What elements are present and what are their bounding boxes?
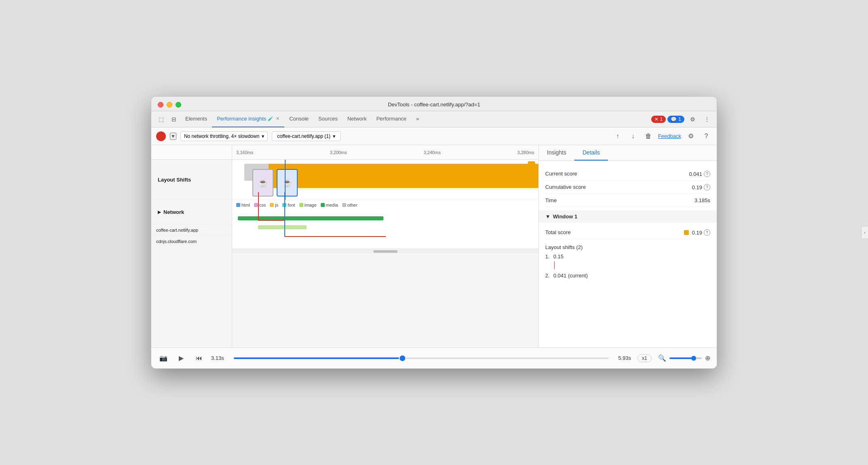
zoom-track[interactable] — [669, 357, 702, 359]
layout-shifts-section[interactable]: ☕ ☕ — [232, 160, 538, 200]
cumulative-score-row: Cumulative score 0.19 ? — [545, 181, 710, 194]
timeline-header: 3,160ms 3,200ms 3,240ms 3,280ms — [151, 145, 538, 160]
ruler-mark-2: 3,200ms — [330, 150, 347, 155]
time-end: 5.93s — [618, 355, 631, 361]
legend-html: html — [236, 203, 250, 207]
zoom-out-icon[interactable]: 🔍 — [658, 354, 666, 362]
host1-bar — [238, 216, 383, 220]
legend-media: media — [321, 203, 338, 207]
delete-icon[interactable]: 🗑 — [643, 131, 654, 142]
throttle-chevron-icon: ▾ — [262, 133, 264, 139]
tab-performance[interactable]: Performance — [371, 111, 411, 127]
record-chevron[interactable]: ▼ — [170, 133, 176, 140]
scroll-thumb[interactable] — [373, 250, 398, 253]
tab-network[interactable]: Network — [343, 111, 372, 127]
window1-expand-icon: ▼ — [545, 213, 550, 220]
network-bars — [234, 214, 538, 232]
network-label[interactable]: ▶ Network — [151, 200, 232, 224]
gear-icon[interactable]: ⚙ — [685, 131, 697, 142]
titlebar: DevTools - coffee-cart.netlify.app/?ad=1 — [151, 97, 717, 111]
network-section: html css js — [232, 200, 538, 249]
coffee-cup-icon: ☕ — [258, 178, 268, 188]
total-score-color-dot — [684, 230, 689, 235]
tab-sources[interactable]: Sources — [313, 111, 343, 127]
playback-fill — [234, 357, 402, 359]
tab-details[interactable]: Details — [574, 145, 608, 161]
host-label-2: cdnjs.cloudflare.com — [151, 236, 232, 247]
current-score-row: Current score 0.041 ? — [545, 167, 710, 181]
minimize-button[interactable] — [167, 102, 172, 108]
current-score-value: 0.041 ? — [689, 171, 710, 177]
ls-entry-2[interactable]: 2. 0.041 (current) — [545, 271, 710, 280]
help-icon[interactable]: ? — [701, 131, 712, 142]
main-content: 3,160ms 3,200ms 3,240ms 3,280ms Layout S… — [151, 145, 717, 347]
total-score-value: 0.19 ? — [684, 229, 710, 236]
error-badge[interactable]: ✕ 1 — [651, 116, 666, 123]
thumbnail-current[interactable]: ☕ — [277, 169, 298, 197]
layout-shifts-label: Layout Shifts — [151, 160, 232, 200]
more-options-icon[interactable]: ⋮ — [701, 113, 713, 126]
tab-insights[interactable]: Insights — [539, 145, 574, 161]
legend-image: image — [299, 203, 317, 207]
url-select[interactable]: coffee-cart.netlify.app (1) ▾ — [272, 131, 341, 141]
network-legend: html css js — [236, 203, 358, 207]
ls-connector-line — [552, 261, 710, 269]
feedback-button[interactable]: Feedback — [658, 133, 681, 139]
legend-js: js — [270, 203, 278, 207]
zoom-thumb[interactable] — [691, 356, 696, 361]
playback-thumb[interactable] — [400, 355, 405, 361]
current-score-help-icon[interactable]: ? — [704, 171, 710, 177]
right-panel: Insights Details Current score 0.041 ? C… — [539, 145, 717, 347]
cumulative-score-help-icon[interactable]: ? — [704, 184, 710, 190]
ls-entry-1[interactable]: 1. 0.15 — [545, 252, 710, 261]
tab-close-icon[interactable]: ✕ — [276, 116, 279, 121]
device-icon[interactable]: ⊟ — [167, 113, 180, 126]
coffee-cup-active-icon: ☕ — [282, 178, 292, 188]
zoom-in-icon[interactable]: ⊕ — [705, 354, 710, 362]
ruler-marks: 3,160ms 3,200ms 3,240ms 3,280ms — [236, 150, 534, 155]
tab-elements[interactable]: Elements — [180, 111, 212, 127]
legend-other: other — [342, 203, 358, 207]
legend-font: font — [282, 203, 295, 207]
ls-entry-2-number: 2. — [545, 273, 551, 279]
host2-bar — [258, 225, 307, 229]
timeline-panel: 3,160ms 3,200ms 3,240ms 3,280ms Layout S… — [151, 145, 539, 347]
timeline-cursor-line — [285, 160, 286, 200]
play-icon[interactable]: ▶ — [176, 353, 187, 364]
maximize-button[interactable] — [176, 102, 181, 108]
tab-performance-insights[interactable]: Performance insights 🧪 ✕ — [212, 111, 284, 127]
total-score-help-icon[interactable]: ? — [704, 229, 710, 236]
tab-more[interactable]: » — [411, 111, 424, 127]
cursor-icon[interactable]: ⬚ — [155, 113, 167, 126]
camera-icon[interactable]: 📷 — [158, 353, 169, 364]
layout-shifts-count-label: Layout shifts (2) — [545, 243, 710, 252]
devtools-tabbar: ⬚ ⊟ Elements Performance insights 🧪 ✕ Co… — [151, 111, 717, 127]
record-button[interactable] — [156, 131, 166, 141]
time-value: 3.185s — [694, 197, 710, 203]
download-icon[interactable]: ↓ — [627, 131, 639, 142]
time-start: 3.13s — [211, 355, 224, 361]
info-badge[interactable]: 💬 1 — [667, 116, 684, 123]
speed-badge[interactable]: x1 — [637, 354, 652, 362]
thumbnail-before[interactable]: ☕ — [252, 169, 273, 197]
settings-icon[interactable]: ⚙ — [686, 113, 699, 126]
ls-orange-bar — [269, 164, 538, 188]
skip-to-start-icon[interactable]: ⏮ — [193, 353, 205, 364]
devtools-window: DevTools - coffee-cart.netlify.app/?ad=1… — [151, 96, 717, 369]
throttle-select[interactable]: No network throttling, 4× slowdown ▾ — [180, 131, 268, 141]
close-button[interactable] — [158, 102, 163, 108]
playback-track[interactable] — [234, 357, 609, 359]
window1-content: Total score 0.19 ? Layout shifts (2) — [545, 226, 710, 283]
bottom-bar: 📷 ▶ ⏮ 3.13s 5.93s x1 🔍 ⊕ — [151, 347, 717, 368]
tab-console[interactable]: Console — [284, 111, 313, 127]
traffic-lights — [158, 102, 181, 108]
upload-icon[interactable]: ↑ — [612, 131, 623, 142]
timeline-chart: ☕ ☕ — [232, 160, 538, 347]
timeline-body: Layout Shifts ▶ Network coffee-cart.netl… — [151, 160, 538, 347]
font-color-dot — [282, 203, 286, 207]
html-color-dot — [236, 203, 240, 207]
orange-indicator — [528, 161, 535, 169]
timeline-ruler: 3,160ms 3,200ms 3,240ms 3,280ms — [232, 150, 538, 155]
js-color-dot — [270, 203, 274, 207]
css-color-dot — [254, 203, 258, 207]
